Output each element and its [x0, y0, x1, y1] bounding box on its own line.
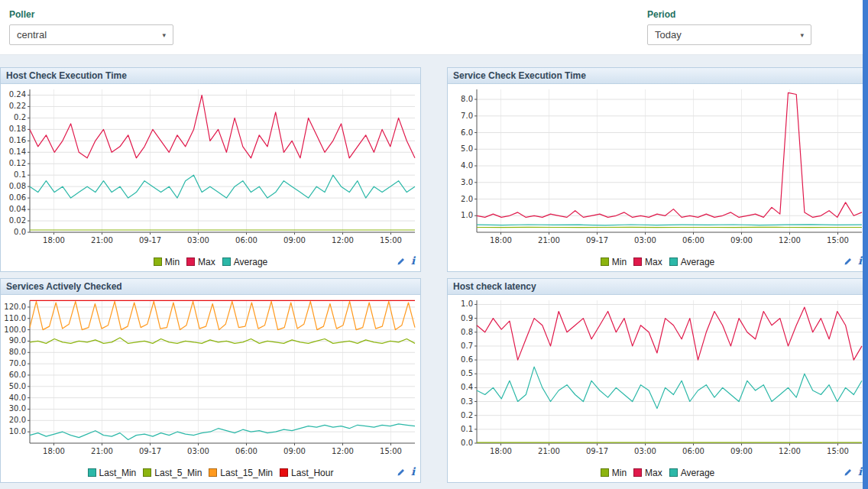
svg-text:0.0: 0.0	[461, 439, 473, 447]
edit-icon[interactable]	[396, 256, 406, 266]
legend-item-last_15_min[interactable]: Last_15_Min	[209, 468, 273, 478]
svg-text:8.0: 8.0	[461, 95, 473, 103]
legend-item-average[interactable]: Average	[222, 257, 267, 267]
svg-text:09:00: 09:00	[730, 236, 753, 244]
chart-plot: 18:0021:0009-1703:0006:0009:0012:0015:00…	[1, 295, 420, 463]
svg-text:10.0: 10.0	[9, 427, 26, 436]
svg-text:0.1: 0.1	[461, 425, 473, 433]
svg-text:100.0: 100.0	[4, 325, 26, 334]
legend-label: Max	[645, 468, 662, 478]
svg-text:09-17: 09-17	[586, 447, 608, 455]
svg-text:18:00: 18:00	[490, 236, 512, 244]
chart-plot: 18:0021:0009-1703:0006:0009:0012:0015:00…	[448, 84, 867, 252]
svg-text:0.06: 0.06	[9, 193, 26, 202]
legend-item-min[interactable]: Min	[154, 257, 180, 267]
scrollbar[interactable]	[863, 0, 868, 489]
svg-text:21:00: 21:00	[91, 447, 113, 455]
svg-text:7.0: 7.0	[461, 112, 473, 120]
svg-text:09-17: 09-17	[139, 236, 161, 244]
legend-swatch	[143, 468, 151, 477]
panel-footer: MinMaxAverage i	[448, 463, 867, 482]
svg-text:0.14: 0.14	[9, 147, 26, 156]
legend-swatch	[186, 257, 195, 266]
legend-swatch	[633, 468, 642, 477]
info-icon[interactable]: i	[411, 255, 415, 266]
legend-item-max[interactable]: Max	[633, 468, 662, 478]
svg-text:03:00: 03:00	[187, 447, 209, 455]
legend-item-average[interactable]: Average	[669, 468, 714, 478]
svg-text:18:00: 18:00	[43, 236, 65, 244]
legend-item-last_hour[interactable]: Last_Hour	[280, 468, 333, 478]
svg-text:0.18: 0.18	[9, 125, 26, 133]
legend-swatch	[669, 468, 678, 477]
svg-text:09:00: 09:00	[283, 236, 306, 244]
svg-text:0.0: 0.0	[14, 228, 26, 236]
panel-header: Service Check Execution Time	[448, 68, 867, 84]
poller-label: Poller	[9, 9, 173, 20]
edit-icon[interactable]	[843, 467, 853, 477]
legend-label: Average	[681, 468, 714, 478]
chevron-down-icon: ▾	[800, 31, 804, 39]
svg-text:20.0: 20.0	[9, 416, 26, 424]
svg-text:09:00: 09:00	[283, 447, 306, 455]
chart-panel-services-actively-checked: Services Actively Checked 18:0021:0009-1…	[0, 278, 421, 483]
panel-icons: i	[396, 466, 415, 477]
svg-text:21:00: 21:00	[91, 236, 113, 244]
period-select[interactable]: Today ▾	[647, 24, 811, 45]
poller-select-value: central	[17, 29, 47, 40]
chart-legend: Last_MinLast_5_MinLast_15_MinLast_Hour	[88, 468, 334, 478]
svg-text:5.0: 5.0	[461, 144, 473, 153]
svg-text:0.04: 0.04	[9, 205, 26, 213]
info-icon[interactable]: i	[858, 466, 862, 477]
svg-text:03:00: 03:00	[187, 236, 209, 244]
legend-item-min[interactable]: Min	[601, 257, 627, 267]
legend-label: Last_Hour	[291, 468, 333, 478]
panel-title: Host Check Execution Time	[6, 70, 127, 81]
svg-text:0.3: 0.3	[461, 397, 473, 406]
legend-item-min[interactable]: Min	[601, 468, 627, 478]
chart-panel-host-check-latency: Host check latency 18:0021:0009-1703:000…	[447, 278, 868, 483]
svg-text:0.2: 0.2	[461, 411, 473, 419]
svg-text:0.7: 0.7	[461, 342, 473, 350]
info-icon[interactable]: i	[858, 255, 862, 266]
period-filter: Period Today ▾	[647, 9, 811, 45]
svg-text:12:00: 12:00	[332, 447, 354, 455]
legend-item-last_min[interactable]: Last_Min	[88, 468, 137, 478]
svg-text:18:00: 18:00	[43, 447, 65, 455]
legend-swatch	[209, 468, 217, 477]
edit-icon[interactable]	[396, 467, 406, 477]
legend-label: Max	[645, 257, 662, 267]
legend-item-last_5_min[interactable]: Last_5_Min	[143, 468, 202, 478]
legend-swatch	[633, 257, 642, 266]
line-chart: 18:0021:0009-1703:0006:0009:0012:0015:00…	[448, 295, 867, 460]
edit-icon[interactable]	[843, 256, 853, 266]
svg-text:4.0: 4.0	[461, 161, 473, 170]
legend-swatch	[669, 257, 678, 266]
legend-swatch	[222, 257, 231, 266]
svg-text:15:00: 15:00	[380, 236, 402, 244]
svg-text:15:00: 15:00	[827, 447, 849, 455]
legend-item-max[interactable]: Max	[633, 257, 662, 267]
chart-legend: MinMaxAverage	[601, 468, 715, 478]
panel-footer: MinMaxAverage i	[448, 252, 867, 271]
svg-text:21:00: 21:00	[538, 236, 560, 244]
period-label: Period	[647, 9, 811, 20]
charts-grid: Host Check Execution Time 18:0021:0009-1…	[0, 55, 868, 489]
panel-header: Services Actively Checked	[1, 279, 420, 295]
poller-select[interactable]: central ▾	[9, 24, 173, 45]
line-chart: 18:0021:0009-1703:0006:0009:0012:0015:00…	[448, 84, 867, 249]
panel-icons: i	[396, 255, 415, 266]
legend-label: Min	[612, 468, 627, 478]
svg-text:18:00: 18:00	[490, 447, 512, 455]
info-icon[interactable]: i	[411, 466, 415, 477]
svg-text:0.24: 0.24	[9, 90, 26, 99]
legend-item-max[interactable]: Max	[186, 257, 215, 267]
svg-text:06:00: 06:00	[235, 447, 257, 455]
svg-text:09:00: 09:00	[730, 447, 753, 455]
legend-item-average[interactable]: Average	[669, 257, 714, 267]
svg-text:09-17: 09-17	[139, 447, 161, 455]
chart-panel-service-check-execution-time: Service Check Execution Time 18:0021:000…	[447, 67, 868, 272]
legend-label: Min	[612, 257, 627, 267]
svg-text:06:00: 06:00	[682, 236, 704, 244]
svg-text:6.0: 6.0	[461, 128, 473, 137]
